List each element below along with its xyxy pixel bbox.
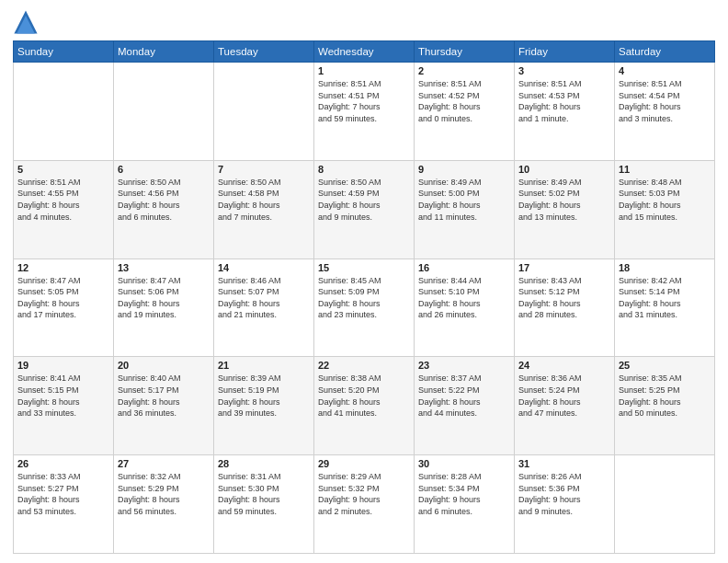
calendar-cell: 7Sunrise: 8:50 AM Sunset: 4:58 PM Daylig… <box>214 160 314 259</box>
day-number: 25 <box>619 360 711 371</box>
calendar-cell: 26Sunrise: 8:33 AM Sunset: 5:27 PM Dayli… <box>14 455 114 554</box>
day-info: Sunrise: 8:31 AM Sunset: 5:30 PM Dayligh… <box>218 471 310 517</box>
calendar-cell: 1Sunrise: 8:51 AM Sunset: 4:51 PM Daylig… <box>314 63 415 161</box>
weekday-header-friday: Friday <box>515 41 615 63</box>
day-number: 12 <box>17 262 109 273</box>
calendar-cell: 2Sunrise: 8:51 AM Sunset: 4:52 PM Daylig… <box>415 63 515 161</box>
weekday-header-saturday: Saturday <box>615 41 715 63</box>
logo-icon <box>13 9 39 35</box>
day-number: 29 <box>318 458 410 469</box>
day-number: 30 <box>418 458 510 469</box>
day-number: 17 <box>518 262 610 273</box>
day-info: Sunrise: 8:29 AM Sunset: 5:32 PM Dayligh… <box>318 471 410 517</box>
calendar-cell: 29Sunrise: 8:29 AM Sunset: 5:32 PM Dayli… <box>314 455 415 554</box>
weekday-header-tuesday: Tuesday <box>214 41 314 63</box>
calendar-cell: 13Sunrise: 8:47 AM Sunset: 5:06 PM Dayli… <box>114 259 214 357</box>
day-number: 4 <box>619 65 711 76</box>
day-number: 27 <box>118 458 210 469</box>
day-info: Sunrise: 8:41 AM Sunset: 5:15 PM Dayligh… <box>17 373 109 419</box>
day-number: 15 <box>318 262 410 273</box>
calendar-cell: 15Sunrise: 8:45 AM Sunset: 5:09 PM Dayli… <box>314 259 415 357</box>
day-number: 9 <box>418 164 510 175</box>
day-info: Sunrise: 8:42 AM Sunset: 5:14 PM Dayligh… <box>619 275 711 321</box>
day-number: 22 <box>318 360 410 371</box>
week-row-3: 12Sunrise: 8:47 AM Sunset: 5:05 PM Dayli… <box>14 259 715 357</box>
day-info: Sunrise: 8:51 AM Sunset: 4:54 PM Dayligh… <box>619 78 711 124</box>
calendar-cell: 17Sunrise: 8:43 AM Sunset: 5:12 PM Dayli… <box>515 259 615 357</box>
calendar-cell: 30Sunrise: 8:28 AM Sunset: 5:34 PM Dayli… <box>415 455 515 554</box>
day-info: Sunrise: 8:51 AM Sunset: 4:51 PM Dayligh… <box>318 78 410 124</box>
header <box>13 9 715 35</box>
day-info: Sunrise: 8:49 AM Sunset: 5:00 PM Dayligh… <box>418 177 510 223</box>
calendar-cell: 21Sunrise: 8:39 AM Sunset: 5:19 PM Dayli… <box>214 357 314 455</box>
day-info: Sunrise: 8:51 AM Sunset: 4:52 PM Dayligh… <box>418 78 510 124</box>
calendar-cell: 28Sunrise: 8:31 AM Sunset: 5:30 PM Dayli… <box>214 455 314 554</box>
calendar-cell: 6Sunrise: 8:50 AM Sunset: 4:56 PM Daylig… <box>114 160 214 259</box>
day-info: Sunrise: 8:50 AM Sunset: 4:59 PM Dayligh… <box>318 177 410 223</box>
weekday-header-wednesday: Wednesday <box>314 41 415 63</box>
day-info: Sunrise: 8:47 AM Sunset: 5:05 PM Dayligh… <box>17 275 109 321</box>
day-info: Sunrise: 8:43 AM Sunset: 5:12 PM Dayligh… <box>518 275 610 321</box>
day-info: Sunrise: 8:46 AM Sunset: 5:07 PM Dayligh… <box>218 275 310 321</box>
day-number: 3 <box>518 65 610 76</box>
day-number: 2 <box>418 65 510 76</box>
logo <box>13 9 42 35</box>
day-info: Sunrise: 8:26 AM Sunset: 5:36 PM Dayligh… <box>518 471 610 517</box>
day-number: 1 <box>318 65 410 76</box>
calendar-cell <box>114 63 214 161</box>
week-row-4: 19Sunrise: 8:41 AM Sunset: 5:15 PM Dayli… <box>14 357 715 455</box>
week-row-1: 1Sunrise: 8:51 AM Sunset: 4:51 PM Daylig… <box>14 63 715 161</box>
day-info: Sunrise: 8:49 AM Sunset: 5:02 PM Dayligh… <box>518 177 610 223</box>
day-info: Sunrise: 8:47 AM Sunset: 5:06 PM Dayligh… <box>118 275 210 321</box>
day-number: 24 <box>518 360 610 371</box>
day-info: Sunrise: 8:36 AM Sunset: 5:24 PM Dayligh… <box>518 373 610 419</box>
day-info: Sunrise: 8:50 AM Sunset: 4:56 PM Dayligh… <box>118 177 210 223</box>
day-number: 5 <box>17 164 109 175</box>
calendar-cell <box>214 63 314 161</box>
calendar-cell: 31Sunrise: 8:26 AM Sunset: 5:36 PM Dayli… <box>515 455 615 554</box>
day-number: 7 <box>218 164 310 175</box>
day-info: Sunrise: 8:51 AM Sunset: 4:55 PM Dayligh… <box>17 177 109 223</box>
calendar-cell: 3Sunrise: 8:51 AM Sunset: 4:53 PM Daylig… <box>515 63 615 161</box>
calendar-cell <box>14 63 114 161</box>
day-info: Sunrise: 8:28 AM Sunset: 5:34 PM Dayligh… <box>418 471 510 517</box>
day-info: Sunrise: 8:35 AM Sunset: 5:25 PM Dayligh… <box>619 373 711 419</box>
calendar-table: SundayMondayTuesdayWednesdayThursdayFrid… <box>13 40 715 554</box>
calendar-cell: 9Sunrise: 8:49 AM Sunset: 5:00 PM Daylig… <box>415 160 515 259</box>
calendar-cell: 20Sunrise: 8:40 AM Sunset: 5:17 PM Dayli… <box>114 357 214 455</box>
calendar-cell: 27Sunrise: 8:32 AM Sunset: 5:29 PM Dayli… <box>114 455 214 554</box>
calendar-cell: 22Sunrise: 8:38 AM Sunset: 5:20 PM Dayli… <box>314 357 415 455</box>
calendar-cell: 24Sunrise: 8:36 AM Sunset: 5:24 PM Dayli… <box>515 357 615 455</box>
day-number: 6 <box>118 164 210 175</box>
calendar-cell: 5Sunrise: 8:51 AM Sunset: 4:55 PM Daylig… <box>14 160 114 259</box>
weekday-header-thursday: Thursday <box>415 41 515 63</box>
day-number: 13 <box>118 262 210 273</box>
day-info: Sunrise: 8:32 AM Sunset: 5:29 PM Dayligh… <box>118 471 210 517</box>
day-number: 23 <box>418 360 510 371</box>
calendar-cell: 10Sunrise: 8:49 AM Sunset: 5:02 PM Dayli… <box>515 160 615 259</box>
calendar-cell: 19Sunrise: 8:41 AM Sunset: 5:15 PM Dayli… <box>14 357 114 455</box>
page: SundayMondayTuesdayWednesdayThursdayFrid… <box>0 0 728 563</box>
day-info: Sunrise: 8:33 AM Sunset: 5:27 PM Dayligh… <box>17 471 109 517</box>
weekday-header-monday: Monday <box>114 41 214 63</box>
day-info: Sunrise: 8:38 AM Sunset: 5:20 PM Dayligh… <box>318 373 410 419</box>
day-number: 18 <box>619 262 711 273</box>
day-number: 8 <box>318 164 410 175</box>
day-number: 19 <box>17 360 109 371</box>
calendar-cell: 14Sunrise: 8:46 AM Sunset: 5:07 PM Dayli… <box>214 259 314 357</box>
day-number: 20 <box>118 360 210 371</box>
calendar-cell: 4Sunrise: 8:51 AM Sunset: 4:54 PM Daylig… <box>615 63 715 161</box>
calendar-cell: 23Sunrise: 8:37 AM Sunset: 5:22 PM Dayli… <box>415 357 515 455</box>
day-info: Sunrise: 8:48 AM Sunset: 5:03 PM Dayligh… <box>619 177 711 223</box>
day-info: Sunrise: 8:50 AM Sunset: 4:58 PM Dayligh… <box>218 177 310 223</box>
day-number: 10 <box>518 164 610 175</box>
day-info: Sunrise: 8:51 AM Sunset: 4:53 PM Dayligh… <box>518 78 610 124</box>
calendar-cell: 18Sunrise: 8:42 AM Sunset: 5:14 PM Dayli… <box>615 259 715 357</box>
day-number: 11 <box>619 164 711 175</box>
day-number: 16 <box>418 262 510 273</box>
calendar-cell: 11Sunrise: 8:48 AM Sunset: 5:03 PM Dayli… <box>615 160 715 259</box>
day-info: Sunrise: 8:40 AM Sunset: 5:17 PM Dayligh… <box>118 373 210 419</box>
day-number: 26 <box>17 458 109 469</box>
day-info: Sunrise: 8:39 AM Sunset: 5:19 PM Dayligh… <box>218 373 310 419</box>
day-info: Sunrise: 8:37 AM Sunset: 5:22 PM Dayligh… <box>418 373 510 419</box>
